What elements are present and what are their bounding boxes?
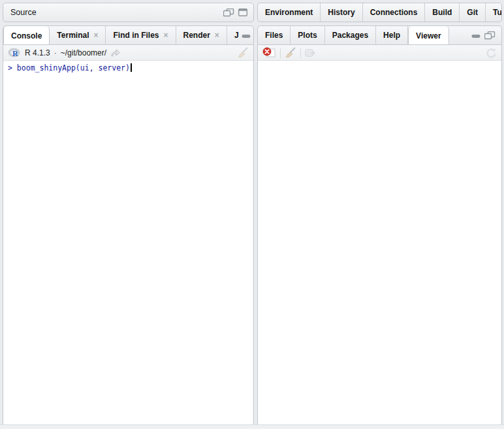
goto-directory-arrow-icon[interactable] (110, 49, 120, 57)
left-column: Source Console Terminal × (3, 3, 254, 429)
environment-tabbar: Environment History Connections Build Gi… (257, 3, 502, 22)
source-pane-title: Source (3, 3, 44, 22)
tab-history[interactable]: History (321, 3, 362, 22)
tab-label: Files (265, 31, 283, 40)
tab-tutorial-truncated[interactable]: Tutor (486, 3, 502, 22)
maximize-pane-icon[interactable] (238, 8, 247, 16)
tab-plots[interactable]: Plots (291, 26, 324, 44)
tab-connections[interactable]: Connections (363, 3, 426, 22)
console-tabbar: Console Terminal × Find in Files × Rende… (3, 25, 254, 45)
tab-label: Terminal (57, 31, 89, 40)
console-pane: R R 4.1.3 · ~/git/boomer/ > boom_shinyAp… (3, 45, 254, 429)
tab-label: Help (383, 31, 400, 40)
tab-environment[interactable]: Environment (258, 3, 321, 22)
tab-label: Plots (298, 31, 317, 40)
tab-viewer[interactable]: Viewer (408, 26, 449, 45)
tab-files[interactable]: Files (258, 26, 291, 44)
console-toolbar: R R 4.1.3 · ~/git/boomer/ (3, 45, 253, 61)
minimize-pane-icon[interactable] (242, 31, 251, 39)
r-version-label: R 4.1.3 (25, 48, 50, 57)
viewer-tabbar: Files Plots Packages Help Viewer (257, 25, 502, 45)
tab-render[interactable]: Render × (176, 26, 227, 44)
tab-label: Render (183, 31, 210, 40)
refresh-icon (486, 48, 497, 58)
tab-help[interactable]: Help (376, 26, 408, 44)
tab-label: J (234, 31, 239, 40)
tab-git[interactable]: Git (460, 3, 486, 22)
console-output[interactable]: > boom_shinyApp(ui, server) (3, 61, 253, 72)
clear-all-broom-icon[interactable] (285, 47, 296, 58)
tab-label: Git (467, 8, 478, 17)
window-bottom-edge (0, 424, 504, 429)
viewer-toolbar (258, 45, 501, 61)
tab-console[interactable]: Console (3, 26, 50, 45)
working-directory-label: ~/git/boomer/ (61, 48, 106, 57)
r-logo-icon: R (8, 48, 20, 57)
separator-dot: · (54, 48, 57, 57)
tab-label: Build (432, 8, 452, 17)
tab-label: Tutor (493, 8, 502, 17)
export-icon (305, 48, 316, 57)
tab-find-in-files[interactable]: Find in Files × (106, 26, 176, 44)
console-command: boom_shinyApp(ui, server) (12, 63, 130, 72)
tab-label: Viewer (416, 31, 441, 40)
close-icon[interactable]: × (93, 31, 98, 39)
tab-label: Connections (370, 8, 418, 17)
text-cursor (131, 63, 132, 72)
minimize-pane-icon[interactable] (471, 31, 480, 39)
tab-label: History (328, 8, 354, 17)
tab-label: Packages (332, 31, 368, 40)
tab-terminal[interactable]: Terminal × (50, 26, 106, 44)
tab-build[interactable]: Build (425, 3, 460, 22)
tab-label: Environment (265, 8, 313, 17)
close-icon[interactable]: × (215, 31, 219, 39)
viewer-pane (257, 45, 502, 429)
clear-console-broom-icon[interactable] (237, 47, 249, 58)
discard-viewer-item-icon[interactable] (262, 47, 276, 58)
console-prompt: > (8, 63, 12, 72)
right-column: Environment History Connections Build Gi… (257, 3, 502, 429)
tab-jobs-truncated[interactable]: J (227, 26, 239, 44)
tab-label: Console (11, 31, 42, 40)
tab-packages[interactable]: Packages (325, 26, 376, 44)
restore-panes-icon[interactable] (223, 8, 234, 17)
source-pane-header[interactable]: Source (3, 3, 254, 22)
tab-label: Find in Files (113, 31, 159, 40)
restore-panes-icon[interactable] (484, 31, 496, 40)
svg-text:R: R (12, 49, 18, 57)
viewer-content[interactable] (258, 61, 501, 429)
close-icon[interactable]: × (164, 31, 168, 39)
